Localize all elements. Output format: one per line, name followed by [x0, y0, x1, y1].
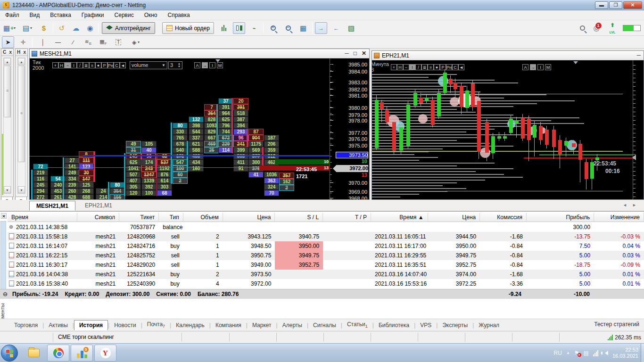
market-watch-button[interactable]: $: [38, 22, 50, 34]
col-header-2[interactable]: Тикет: [119, 213, 159, 222]
text-tool[interactable]: T: [112, 36, 124, 48]
clipboard-tray-icon[interactable]: ▤: [584, 350, 589, 356]
profiles-button[interactable]: ▤▾: [20, 22, 35, 34]
minimize-button[interactable]: ▬: [595, 1, 608, 9]
strategy-tester-label[interactable]: Тестер стратегий: [594, 321, 639, 328]
indicators-button[interactable]: ▧: [345, 22, 357, 34]
history-row[interactable]: 2021.03.11 16:30:17mesh21124829020sell13…: [8, 260, 644, 270]
menu-0[interactable]: Файл: [0, 11, 25, 19]
taskbar-yandex-icon[interactable]: Y: [94, 345, 116, 362]
history-row[interactable]: 2021.03.16 14:04:38mesh21125221634buy239…: [8, 270, 644, 279]
lvl-icon[interactable]: ⬆LVL: [605, 22, 619, 34]
eph21-price-scale[interactable]: [633, 60, 644, 199]
trend-line-tool[interactable]: ∕: [67, 36, 79, 48]
crosshair-tool[interactable]: ✛: [17, 36, 29, 48]
eph21-chart-area[interactable]: Минута 3+H−I/≣≡●PPнC◄A→IM 22:53:45 00:16: [372, 60, 644, 199]
events-icon[interactable]: ◉: [84, 22, 96, 34]
bottom-tab-библиотека[interactable]: Библиотека: [374, 321, 414, 330]
dock2-close-icon[interactable]: x: [23, 49, 26, 55]
taskbar-mt5-icon[interactable]: 5: [71, 345, 93, 362]
bottom-tab-маркет[interactable]: Маркет: [248, 321, 276, 330]
fibonacci-tool[interactable]: ▦F: [97, 36, 109, 48]
auto-scroll-button[interactable]: →: [315, 22, 327, 34]
dock1-scrollbar[interactable]: ▲ ▼: [3, 58, 11, 194]
network-tray-icon[interactable]: [593, 350, 598, 356]
bars-chart-icon[interactable]: [218, 22, 230, 34]
vertical-line-tool[interactable]: │: [37, 36, 49, 48]
language-indicator[interactable]: RU: [554, 350, 562, 356]
bottom-tab-vps[interactable]: VPS: [415, 321, 436, 330]
col-header-11[interactable]: Прибыль: [527, 213, 594, 222]
tabs-scroll-left-icon[interactable]: ◄: [623, 203, 627, 207]
start-button[interactable]: [1, 345, 18, 362]
col-header-4[interactable]: Объем: [183, 213, 223, 222]
docked-panel-market-watch[interactable]: Cx ▲ ▼: [1, 49, 14, 197]
mesh21-titlebar[interactable]: MESH21,M1 ─ □ ✕: [30, 49, 369, 58]
mesh21-close-icon[interactable]: ✕: [362, 50, 366, 57]
menu-2[interactable]: Вставка: [45, 11, 76, 19]
tray-clock[interactable]: 22:5316.03.2021: [612, 347, 638, 359]
history-header-row[interactable]: ВремяСимволТикетТипОбъемЦенаS / LT / PВр…: [8, 213, 644, 222]
mesh21-maximize-icon[interactable]: □: [354, 50, 357, 57]
eph21-minimize-icon[interactable]: ─: [636, 52, 641, 58]
bottom-tab-календарь[interactable]: Календарь: [171, 321, 209, 330]
menu-3[interactable]: Графики: [76, 11, 109, 19]
elliott-wave-tool[interactable]: ≋E: [82, 36, 94, 48]
zoom-in-button[interactable]: +: [267, 22, 279, 34]
show-desktop-button[interactable]: [641, 344, 644, 362]
new-chart-button[interactable]: ▦+▾: [2, 22, 17, 34]
cursor-tool[interactable]: ➤: [2, 36, 14, 48]
tabs-scroll-right-icon[interactable]: ►: [632, 203, 636, 207]
bottom-tab-торговля[interactable]: Торговля: [9, 321, 42, 330]
taskbar-explorer-icon[interactable]: [23, 345, 45, 362]
mesh21-chart-area[interactable]: Тик 2000+H−I/≣≡●PPнC◄volume▼3▲ ▼A→IM 722…: [30, 58, 369, 199]
chart-window-mesh21[interactable]: MESH21,M1 ─ □ ✕ Тик 2000+H−I/≣≡●PPнC◄vol…: [29, 49, 370, 200]
tile-windows-button[interactable]: ▦: [297, 22, 309, 34]
mesh21-price-scale[interactable]: 3973.50 10 3972.00 13 3985.003984.003983…: [330, 58, 369, 199]
menu-6[interactable]: Справка: [163, 11, 195, 19]
restore-button[interactable]: ❐: [609, 1, 622, 9]
history-row[interactable]: 2021.03.11 16:22:15mesh21124825752sell13…: [8, 251, 644, 260]
close-button[interactable]: ✕: [623, 1, 642, 9]
history-row[interactable]: 2021.03.16 15:38:40mesh21125240390buy439…: [8, 279, 644, 288]
col-header-1[interactable]: Символ: [77, 213, 119, 222]
docked-panel-history[interactable]: Hx ▲ ▼: [15, 49, 28, 197]
col-header-6[interactable]: S / L: [275, 213, 323, 222]
algotrading-button[interactable]: Алготрейдинг: [102, 22, 155, 34]
volume-tray-icon[interactable]: [603, 351, 608, 355]
chart-tab-mesh21-m1[interactable]: MESH21,M1: [29, 201, 75, 211]
col-header-3[interactable]: Тип: [159, 213, 183, 222]
cloud-icon[interactable]: ☁: [70, 22, 82, 34]
menu-5[interactable]: Окно: [139, 11, 163, 19]
tray-expand-icon[interactable]: ▲: [566, 351, 570, 355]
action-center-icon[interactable]: ⚑✕: [574, 350, 579, 356]
col-header-7[interactable]: T / P: [323, 213, 371, 222]
bottom-tab-сигналы[interactable]: Сигналы: [308, 321, 341, 330]
bottom-tab-статьи[interactable]: Статьи1: [342, 320, 372, 330]
bottom-tab-почта[interactable]: Почта7: [142, 320, 170, 330]
new-order-button[interactable]: Новый ордер: [162, 22, 214, 34]
candles-chart-icon[interactable]: [233, 22, 245, 34]
history-row[interactable]: 2021.03.11 15:58:18mesh21124820968sell23…: [8, 232, 644, 241]
toolbox-close-icon[interactable]: ✕: [1, 213, 7, 219]
window-titlebar[interactable]: 1234440 - AMPGlobalEU-Demo: Демо-счет - …: [0, 0, 644, 10]
bottom-tab-активы[interactable]: Активы: [44, 321, 73, 330]
bottom-tab-компания[interactable]: Компания: [211, 321, 246, 330]
line-chart-icon[interactable]: ⌁: [248, 22, 260, 34]
col-header-10[interactable]: Комиссия: [480, 213, 527, 222]
col-header-8[interactable]: Время ▲: [371, 213, 428, 222]
dock1-close-icon[interactable]: x: [9, 49, 12, 55]
mesh21-minimize-icon[interactable]: ─: [345, 50, 349, 57]
col-header-12[interactable]: Изменение: [594, 213, 644, 222]
chart-shift-button[interactable]: ←: [330, 22, 342, 34]
taskbar-chrome-icon[interactable]: [47, 345, 69, 362]
bottom-tab-алерты[interactable]: Алерты: [278, 321, 307, 330]
menu-4[interactable]: Сервис: [109, 11, 139, 19]
history-row[interactable]: 2021.03.11 16:14:07mesh21124824716buy139…: [8, 241, 644, 251]
restore-icon[interactable]: ↺: [56, 22, 68, 34]
chart-window-eph21[interactable]: EPH21,M1 ─ Минута 3+H−I/≣≡●PPнC◄A→IM 22:…: [372, 50, 644, 200]
bottom-tab-эксперты[interactable]: Эксперты: [438, 321, 472, 330]
bottom-tab-новости[interactable]: Новости: [109, 321, 140, 330]
zoom-out-button[interactable]: −: [282, 22, 294, 34]
dock2-scrollbar[interactable]: ▲ ▼: [17, 58, 25, 194]
